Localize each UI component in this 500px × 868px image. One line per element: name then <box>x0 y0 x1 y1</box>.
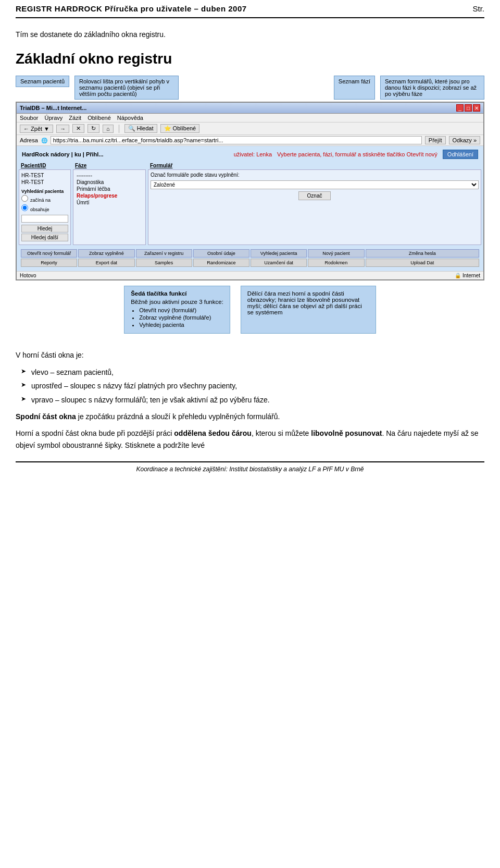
callout-item-3: Vyhledej pacienta <box>139 322 223 328</box>
col-header-formular: Formulář <box>150 163 479 168</box>
status-right: 🔒 Internet <box>455 273 480 278</box>
hs-text1: Horní a spodní část okna bude při pozděj… <box>16 429 174 437</box>
spodni-cast-text: je zpočátku prázdná a slouží k přehledu … <box>76 412 280 421</box>
search-input[interactable] <box>21 215 68 223</box>
btn-novy-pacient[interactable]: Nový pacient <box>308 249 364 258</box>
btn-otevrit-novy[interactable]: Otevřít nový formulář <box>21 249 77 258</box>
goto-button[interactable]: Přejít <box>425 136 446 144</box>
radio-starts-with-label: začíná na <box>30 198 51 203</box>
form-status-select[interactable]: Založené <box>151 180 479 189</box>
btn-rodokmen[interactable]: Rodokmen <box>308 259 364 267</box>
callout-seznam-pacientu: Seznam pacientů <box>16 76 69 87</box>
hledej-button[interactable]: Hledej <box>21 225 68 233</box>
horn-cast-list: vlevo – seznam pacientů, uprostřed – slo… <box>31 366 484 406</box>
browser-menu: Soubor Úpravy Zázit Oblíbené Nápověda <box>17 114 483 123</box>
button-row-2: Reporty Export dat Samples Randomizace U… <box>21 259 479 267</box>
diagram-area: Seznam pacientů Rolovací lišta pro verti… <box>16 76 484 334</box>
menu-zazit[interactable]: Zázit <box>69 115 81 121</box>
browser-maximize[interactable]: □ <box>465 104 472 112</box>
btn-osobni[interactable]: Osobní údaje <box>193 249 249 258</box>
back-button[interactable]: ← Zpět ▼ <box>20 125 53 133</box>
browser-address-bar: Adresa 🌐 Přejít Odkazy » <box>17 135 483 146</box>
form-filter-label: Označ formuláře podle stavu vyplnění: <box>151 172 479 178</box>
hs-bold1: oddělena šedou čárou <box>174 429 252 437</box>
search-button[interactable]: 🔍 Hledat <box>124 124 157 133</box>
patient-item[interactable]: HR-TEST <box>21 179 68 186</box>
callout-grey-buttons: Šedá tlačítka funkcí Běžně jsou aktivní … <box>124 286 230 334</box>
callout-divider-text: Dělící čára mezi horní a spodní části ob… <box>247 290 369 315</box>
stop-button[interactable]: ✕ <box>72 124 84 133</box>
address-input[interactable] <box>51 136 422 144</box>
main-content-area: HR-TEST HR-TEST Vyhledání pacienta začín… <box>19 169 481 245</box>
browser-close[interactable]: ✕ <box>473 104 480 112</box>
app-title: HardRock nádory | ku | Přihl... <box>22 151 104 157</box>
horn-cast-intro: V horní části okna je: <box>16 349 484 361</box>
radio-contains-input[interactable] <box>21 204 28 211</box>
callout-grey-title: Šedá tlačítka funkcí <box>131 290 223 297</box>
phase-umrti[interactable]: Úmrtí <box>76 199 143 206</box>
app-content: HardRock nádory | ku | Přihl... uživatel… <box>17 146 483 271</box>
btn-vyhledej[interactable]: Vyhledej pacienta <box>251 249 307 258</box>
phase-separator[interactable]: --------- <box>76 172 143 179</box>
hs-text2: , kterou si můžete <box>252 429 311 437</box>
btn-samples[interactable]: Samples <box>136 259 192 267</box>
refresh-button[interactable]: ↻ <box>88 124 99 133</box>
oznac-button[interactable]: Označ <box>298 191 331 200</box>
callout-grey-list: Otevřít nový (formulář) Zobraz vyplněné … <box>139 307 223 328</box>
intro-text: Tím se dostanete do základního okna regi… <box>16 29 484 40</box>
col-header-faze: Fáze <box>75 163 148 168</box>
browser-statusbar: Hotovo 🔒 Internet <box>17 271 483 279</box>
section-title: Základní okno registru <box>16 51 484 67</box>
hs-bold2: libovolně posunovat <box>311 429 382 437</box>
btn-upload[interactable]: Upload Dat <box>366 259 480 267</box>
favorites-button[interactable]: ⭐ Oblíbené <box>160 124 200 133</box>
menu-upravy[interactable]: Úpravy <box>44 115 63 121</box>
home-button[interactable]: ⌂ <box>103 125 114 133</box>
hledej-dalsi-button[interactable]: Hledej další <box>21 234 68 241</box>
button-row-1: Otevřít nový formulář Zobraz vyplněné Za… <box>21 249 479 258</box>
user-label: uživatel: Lenka <box>234 151 272 157</box>
address-label: Adresa <box>20 137 38 143</box>
menu-soubor[interactable]: Soubor <box>20 115 38 121</box>
logout-button[interactable]: Odhlášení <box>443 150 478 159</box>
menu-napoveda[interactable]: Nápověda <box>117 115 143 121</box>
spodni-cast-title: Spodní část okna <box>16 412 76 421</box>
links-button[interactable]: Odkazy » <box>449 136 480 144</box>
horni-spodni-para: Horní a spodní část okna bude při pozděj… <box>16 427 484 451</box>
btn-uzamceni[interactable]: Uzamčení dat <box>251 259 307 267</box>
callout-divider: Dělící čára mezi horní a spodní části ob… <box>241 286 376 334</box>
browser-window: TrialDB – Mi...t Internet... _ □ ✕ Soubo… <box>16 102 484 280</box>
radio-starts-with: začíná na <box>21 195 68 203</box>
bottom-callouts: Šedá tlačítka funkcí Běžně jsou aktivní … <box>16 286 484 334</box>
callout-grey-text: Běžně jsou aktivní pouze 3 funkce: <box>131 299 223 305</box>
btn-reporty[interactable]: Reporty <box>21 259 77 267</box>
btn-randomizace[interactable]: Randomizace <box>193 259 249 267</box>
header-title: REGISTR HARDROCK Příručka pro uživatele … <box>16 4 247 13</box>
page-header: REGISTR HARDROCK Příručka pro uživatele … <box>16 0 484 18</box>
spodni-cast-para: Spodní část okna je zpočátku prázdná a s… <box>16 411 484 422</box>
btn-zmena-hesla[interactable]: Změna hesla <box>366 249 480 258</box>
button-area: Otevřít nový formulář Zobraz vyplněné Za… <box>19 245 481 269</box>
browser-minimize[interactable]: _ <box>456 104 464 112</box>
search-title: Vyhledání pacienta <box>21 189 68 194</box>
forward-button[interactable]: → <box>56 125 69 133</box>
phases-panel: --------- Diagnostika Primární léčba Rel… <box>73 169 146 245</box>
radio-contains: obsahuje <box>21 204 68 213</box>
phase-primarni[interactable]: Primární léčba <box>76 186 143 192</box>
menu-oblibene[interactable]: Oblíbené <box>88 115 111 121</box>
browser-titlebar: TrialDB – Mi...t Internet... _ □ ✕ <box>17 103 483 114</box>
patient-item[interactable]: HR-TEST <box>21 172 68 179</box>
forms-panel: Označ formuláře podle stavu vyplnění: Za… <box>148 169 481 245</box>
btn-export[interactable]: Export dat <box>78 259 134 267</box>
radio-starts-with-input[interactable] <box>21 195 28 202</box>
btn-zarazeni[interactable]: Zařazení v registru <box>136 249 192 258</box>
page-footer: Koordinace a technické zajištění: Instit… <box>16 461 484 473</box>
btn-zobraz[interactable]: Zobraz vyplněné <box>78 249 134 258</box>
callout-item-1: Otevřít nový (formulář) <box>139 307 223 313</box>
phase-relaps[interactable]: Relaps/progrese <box>76 192 143 199</box>
horn-cast-item-3: vpravo – sloupec s názvy formulářů; ten … <box>31 394 484 406</box>
col-header-pacient: Pacient/ID <box>21 163 73 168</box>
browser-toolbar: ← Zpět ▼ → ✕ ↻ ⌂ 🔍 Hledat ⭐ Oblíbené <box>17 123 483 135</box>
phase-diagnostika[interactable]: Diagnostika <box>76 179 143 186</box>
callout-rolovaci: Rolovací lišta pro vertikální pohyb v se… <box>74 76 179 100</box>
